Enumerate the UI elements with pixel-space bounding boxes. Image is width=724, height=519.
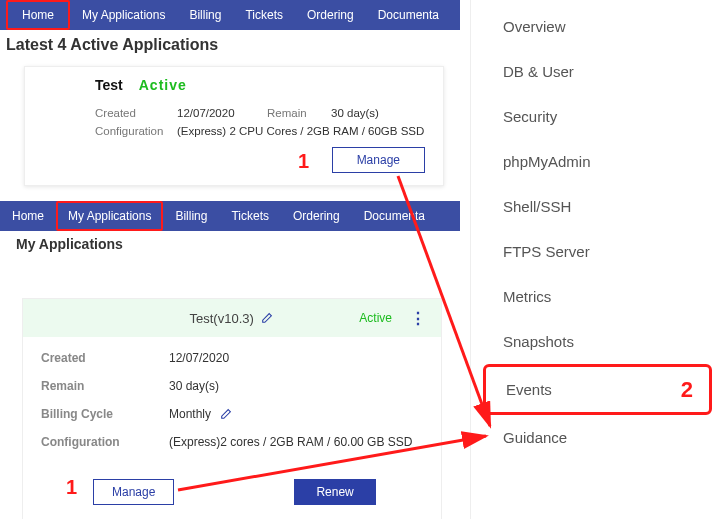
sidebar-item-dbuser[interactable]: DB & User [471,49,720,94]
nav-a-home[interactable]: Home [6,0,70,30]
app-card-a: Test Active Created 12/07/2020 Remain 30… [24,66,444,186]
config-value: (Express) 2 CPU Cores / 2GB RAM / 60GB S… [177,125,411,137]
left-composite-region: Home My Applications Billing Tickets Ord… [0,0,460,519]
card-b-title: Test(v10.3) [190,311,254,326]
sidebar-item-phpmyadmin[interactable]: phpMyAdmin [471,139,720,184]
sidebar-item-overview[interactable]: Overview [471,4,720,49]
manage-button-a[interactable]: Manage [332,147,425,173]
manage-button-b[interactable]: Manage [93,479,174,505]
created-value-b: 12/07/2020 [169,351,423,365]
latest-active-title: Latest 4 Active Applications [6,36,218,54]
top-nav-b: Home My Applications Billing Tickets Ord… [0,201,460,231]
nav-a-ordering[interactable]: Ordering [295,0,366,30]
sidebar-item-snapshots[interactable]: Snapshots [471,319,720,364]
sidebar-item-guidance[interactable]: Guidance [471,415,720,460]
remain-value-b: 30 day(s) [169,379,423,393]
nav-a-tickets[interactable]: Tickets [233,0,295,30]
remain-value: 30 day(s) [331,107,411,119]
sidebar-item-ftps[interactable]: FTPS Server [471,229,720,274]
nav-a-billing[interactable]: Billing [177,0,233,30]
renew-button[interactable]: Renew [294,479,375,505]
edit-icon[interactable] [260,312,273,325]
annotation-1-top: 1 [298,150,309,173]
sidebar-item-events-label: Events [506,381,552,398]
billing-value: Monthly [169,407,211,421]
app-status: Active [139,77,187,93]
nav-b-home[interactable]: Home [0,201,56,231]
config-label: Configuration [95,125,177,137]
card-b-header: Test(v10.3) Active ⋮ [23,299,441,337]
sidebar-item-events[interactable]: Events 2 [483,364,712,415]
top-nav-a: Home My Applications Billing Tickets Ord… [0,0,460,30]
annotation-2: 2 [681,377,693,403]
app-name: Test [95,77,123,93]
my-applications-title: My Applications [16,236,123,252]
remain-label-b: Remain [41,379,169,393]
nav-b-ordering[interactable]: Ordering [281,201,352,231]
card-b-status: Active [359,311,392,325]
menu-dots-icon[interactable]: ⋮ [410,309,425,328]
remain-label: Remain [267,107,331,119]
created-label: Created [95,107,177,119]
created-label-b: Created [41,351,169,365]
config-value-b: (Express)2 cores / 2GB RAM / 60.00 GB SS… [169,435,423,449]
nav-b-documentation[interactable]: Documenta [352,201,437,231]
nav-b-tickets[interactable]: Tickets [219,201,281,231]
sidebar-item-security[interactable]: Security [471,94,720,139]
sidebar-item-metrics[interactable]: Metrics [471,274,720,319]
billing-edit-icon[interactable] [219,408,232,421]
nav-b-billing[interactable]: Billing [163,201,219,231]
nav-a-myapps[interactable]: My Applications [70,0,177,30]
sidebar-item-shellssh[interactable]: Shell/SSH [471,184,720,229]
config-label-b: Configuration [41,435,169,449]
created-value: 12/07/2020 [177,107,267,119]
annotation-1-bottom: 1 [66,476,77,499]
nav-a-documentation[interactable]: Documenta [366,0,451,30]
app-card-b: Test(v10.3) Active ⋮ Created 12/07/2020 … [22,298,442,519]
billing-label: Billing Cycle [41,407,169,421]
app-sidebar: Overview DB & User Security phpMyAdmin S… [470,0,720,519]
nav-b-myapps[interactable]: My Applications [56,201,163,231]
